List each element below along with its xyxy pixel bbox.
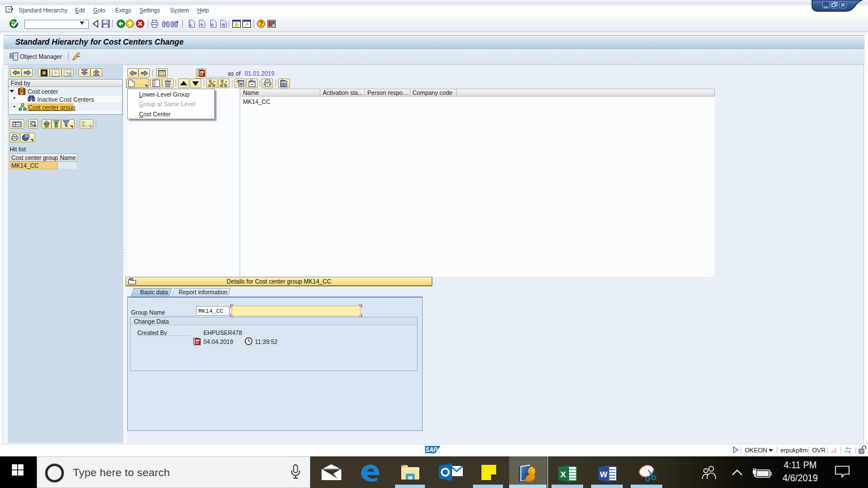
svg-text:W: W	[600, 470, 608, 479]
svg-text:SAP: SAP	[426, 446, 439, 453]
svg-text:?: ?	[259, 20, 263, 28]
svg-text:X: X	[561, 469, 566, 479]
